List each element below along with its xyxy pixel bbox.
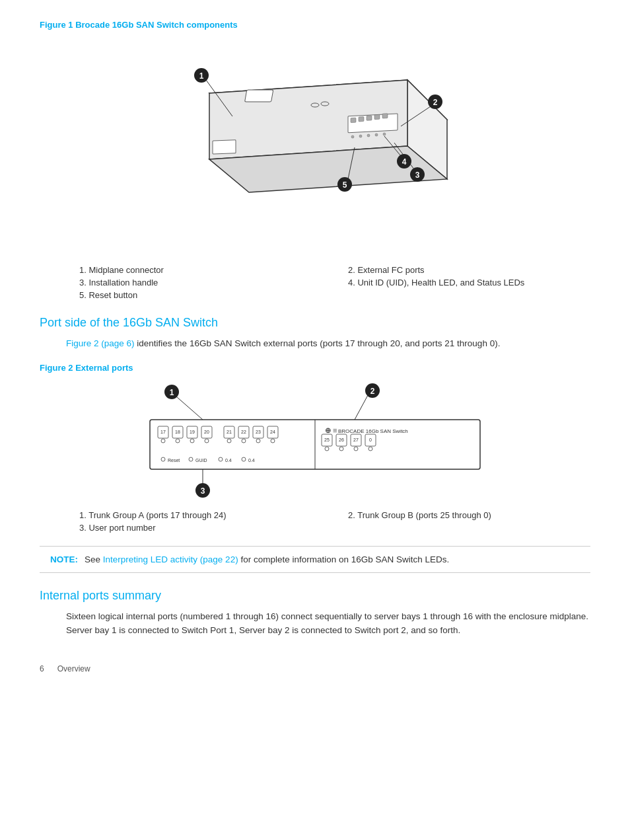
svg-text:⊕ ≡: ⊕ ≡: [325, 426, 337, 434]
svg-text:27: 27: [353, 438, 359, 442]
footer: 6 Overview: [40, 664, 590, 673]
svg-text:3: 3: [201, 486, 205, 496]
svg-text:1: 1: [170, 388, 174, 397]
svg-point-15: [367, 134, 370, 137]
figure1-diagram: 1 2 3 4 5: [40, 40, 590, 252]
svg-rect-7: [348, 114, 398, 133]
svg-text:4: 4: [402, 157, 407, 167]
svg-rect-10: [367, 116, 372, 120]
svg-text:3: 3: [415, 171, 420, 180]
svg-text:23: 23: [256, 430, 261, 434]
figure2-legend: 1. Trunk Group A (ports 17 through 24) 2…: [79, 510, 590, 533]
svg-text:20: 20: [204, 430, 209, 434]
svg-rect-12: [382, 114, 388, 118]
svg-text:5: 5: [343, 180, 347, 190]
svg-rect-9: [359, 117, 364, 122]
note-body: See Interpreting LED activity (page 22) …: [85, 554, 449, 564]
section2-body: Sixteen logical internal ports (numbered…: [66, 609, 590, 638]
figure2-title: Figure 2 External ports: [40, 363, 590, 373]
svg-rect-18: [213, 140, 236, 154]
svg-text:17: 17: [160, 430, 166, 434]
svg-text:BROCADE 16Gb SAN Switch: BROCADE 16Gb SAN Switch: [338, 428, 408, 434]
figure1-legend: 1. Midplane connector 2. External FC por…: [79, 265, 590, 300]
svg-text:24: 24: [270, 430, 275, 434]
svg-text:26: 26: [339, 438, 344, 442]
svg-text:25: 25: [324, 438, 330, 442]
svg-text:2: 2: [370, 387, 375, 396]
svg-text:0.4: 0.4: [225, 458, 232, 463]
svg-text:22: 22: [241, 430, 246, 434]
page-number: 6: [40, 664, 44, 673]
figure2-link[interactable]: Figure 2 (page 6): [66, 338, 135, 348]
note-box: NOTE: See Interpreting LED activity (pag…: [40, 546, 590, 573]
svg-text:GUID: GUID: [195, 458, 207, 463]
svg-text:21: 21: [227, 430, 232, 434]
section1-heading: Port side of the 16Gb SAN Switch: [40, 316, 590, 330]
svg-line-85: [355, 395, 368, 420]
led-activity-link[interactable]: Interpreting LED activity (page 22): [103, 554, 238, 564]
svg-rect-8: [351, 118, 356, 122]
svg-point-17: [383, 133, 386, 135]
section2-heading: Internal ports summary: [40, 589, 590, 603]
svg-rect-6: [245, 90, 273, 102]
svg-point-16: [375, 134, 378, 136]
figure2-diagram: 17 18 19 20 21 22 23: [40, 383, 590, 502]
section1-body: Figure 2 (page 6) identifies the 16Gb SA…: [66, 336, 590, 351]
svg-point-14: [359, 135, 362, 137]
svg-text:0.4: 0.4: [248, 458, 255, 463]
svg-point-13: [351, 135, 354, 138]
note-label: NOTE:: [50, 554, 78, 564]
svg-rect-11: [374, 114, 380, 119]
svg-text:1: 1: [199, 71, 204, 81]
svg-text:0: 0: [369, 438, 372, 442]
svg-text:2: 2: [433, 98, 438, 107]
svg-text:Reset: Reset: [168, 458, 180, 463]
footer-section: Overview: [57, 664, 90, 673]
svg-text:18: 18: [175, 430, 180, 434]
figure1-title: Figure 1 Brocade 16Gb SAN Switch compone…: [40, 20, 590, 30]
svg-line-82: [176, 397, 203, 420]
svg-text:19: 19: [190, 430, 195, 434]
